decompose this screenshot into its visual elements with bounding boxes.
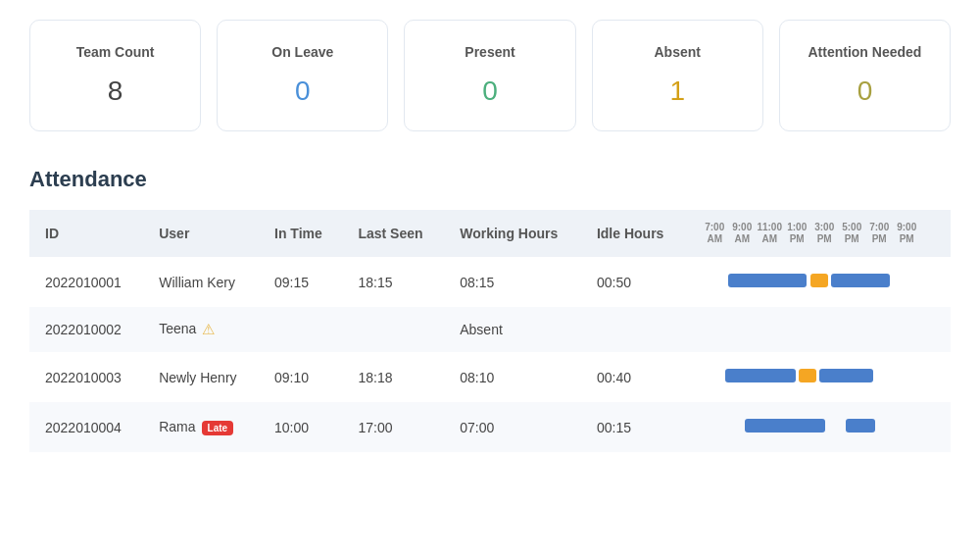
- stat-label-absent: Absent: [654, 44, 700, 60]
- stat-label-present: Present: [465, 44, 514, 60]
- stats-row: Team Count 8 On Leave 0 Present 0 Absent…: [29, 20, 951, 131]
- stat-value-present: 0: [482, 76, 498, 107]
- attendance-section: Attendance IDUserIn TimeLast SeenWorking…: [29, 167, 951, 452]
- time-label: 9:00PM: [893, 222, 920, 245]
- stat-card-present: Present 0: [404, 20, 575, 131]
- table-row: 2022010001William Kery09:1518:1508:1500:…: [29, 257, 951, 307]
- cell-working-hours: 08:15: [444, 257, 581, 307]
- cell-user: William Kery: [143, 257, 259, 307]
- cell-in-time: 10:00: [259, 402, 342, 452]
- svg-rect-5: [819, 369, 873, 382]
- svg-rect-2: [831, 274, 890, 287]
- cell-last-seen: 18:15: [342, 257, 444, 307]
- stat-value-attention-needed: 0: [858, 76, 873, 107]
- col-header-last-seen: Last Seen: [342, 210, 444, 257]
- cell-idle-hours: 00:15: [581, 402, 685, 452]
- svg-rect-3: [725, 369, 796, 382]
- cell-working-hours: Absent: [444, 307, 685, 352]
- cell-in-time: [259, 307, 342, 352]
- cell-idle-hours: 00:50: [581, 257, 685, 307]
- cell-id: 2022010001: [29, 257, 143, 307]
- time-label: 5:00PM: [838, 222, 865, 245]
- cell-in-time: 09:10: [259, 352, 342, 402]
- cell-id: 2022010002: [29, 307, 143, 352]
- table-row: 2022010002Teena⚠Absent: [29, 307, 951, 352]
- cell-user: Newly Henry: [143, 352, 259, 402]
- cell-timeline: [685, 352, 951, 402]
- stat-value-team-count: 8: [108, 76, 123, 107]
- stat-label-on-leave: On Leave: [271, 44, 333, 60]
- col-header-user: User: [143, 210, 259, 257]
- cell-working-hours: 07:00: [444, 402, 581, 452]
- cell-idle-hours: 00:40: [581, 352, 685, 402]
- stat-card-on-leave: On Leave 0: [217, 20, 388, 131]
- cell-id: 2022010004: [29, 402, 143, 452]
- col-header-working-hours: Working Hours: [444, 210, 581, 257]
- cell-timeline: [685, 307, 951, 352]
- svg-rect-0: [728, 274, 807, 287]
- table-row: 2022010004RamaLate10:0017:0007:0000:15: [29, 402, 951, 452]
- cell-last-seen: 18:18: [342, 352, 444, 402]
- cell-user: Teena⚠: [143, 307, 259, 352]
- col-header-idle-hours: Idle Hours: [581, 210, 685, 257]
- col-header-id: ID: [29, 210, 143, 257]
- late-badge: Late: [202, 421, 234, 435]
- cell-user: RamaLate: [143, 402, 259, 452]
- time-label: 7:00PM: [865, 222, 893, 245]
- svg-rect-7: [846, 419, 875, 433]
- svg-rect-1: [810, 274, 828, 287]
- stat-card-absent: Absent 1: [592, 20, 763, 131]
- time-label: 3:00PM: [810, 222, 838, 245]
- attendance-title: Attendance: [29, 167, 951, 192]
- col-header-timeline: 7:00AM9:00AM11:00AM1:00PM3:00PM5:00PM7:0…: [685, 210, 951, 257]
- stat-label-attention-needed: Attention Needed: [808, 44, 921, 60]
- table-header-row: IDUserIn TimeLast SeenWorking HoursIdle …: [29, 210, 951, 257]
- cell-in-time: 09:15: [259, 257, 342, 307]
- time-label: 7:00AM: [701, 222, 728, 245]
- cell-timeline: [685, 402, 951, 452]
- stat-card-team-count: Team Count 8: [29, 20, 201, 131]
- attendance-table: IDUserIn TimeLast SeenWorking HoursIdle …: [29, 210, 951, 452]
- table-body: 2022010001William Kery09:1518:1508:1500:…: [29, 257, 951, 452]
- cell-timeline: [685, 257, 951, 307]
- time-label: 11:00AM: [756, 222, 783, 245]
- cell-working-hours: 08:10: [444, 352, 581, 402]
- stat-card-attention-needed: Attention Needed 0: [779, 20, 951, 131]
- stat-value-absent: 1: [669, 76, 685, 107]
- cell-last-seen: [342, 307, 444, 352]
- stat-value-on-leave: 0: [295, 76, 311, 107]
- svg-rect-6: [745, 419, 825, 433]
- svg-rect-4: [799, 369, 816, 382]
- time-label: 9:00AM: [728, 222, 756, 245]
- table-row: 2022010003Newly Henry09:1018:1808:1000:4…: [29, 352, 951, 402]
- col-header-in-time: In Time: [259, 210, 342, 257]
- stat-label-team-count: Team Count: [76, 44, 155, 60]
- cell-last-seen: 17:00: [342, 402, 444, 452]
- cell-id: 2022010003: [29, 352, 143, 402]
- warn-icon: ⚠: [202, 321, 215, 338]
- time-label: 1:00PM: [783, 222, 810, 245]
